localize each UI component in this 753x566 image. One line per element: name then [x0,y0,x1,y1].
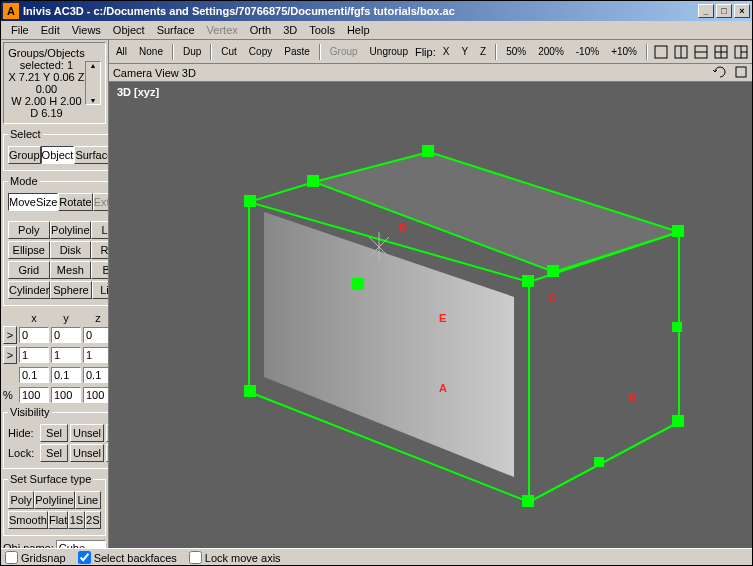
mode-cylinder[interactable]: Cylinder [8,281,50,299]
lock-unsel[interactable]: Unsel [70,444,104,462]
st-flat[interactable]: Flat [48,511,68,529]
scale-y[interactable] [51,387,81,403]
moveto-expand[interactable]: > [3,326,17,344]
svg-rect-28 [244,385,256,397]
moveto-z[interactable] [83,327,109,343]
hide-sel[interactable]: Sel [40,424,68,442]
maximize-view-icon[interactable] [734,65,748,79]
tb-cut[interactable]: Cut [216,43,242,61]
info-scrollbar[interactable]: ▲▼ [85,61,101,105]
st-1s[interactable]: 1S [68,511,84,529]
menu-views[interactable]: Views [66,22,107,38]
menu-surface[interactable]: Surface [151,22,201,38]
gridsnap-option[interactable]: Gridsnap [5,551,66,564]
sizeto-expand[interactable]: > [3,346,17,364]
lockmove-check[interactable] [189,551,202,564]
menu-help[interactable]: Help [341,22,376,38]
menu-object[interactable]: Object [107,22,151,38]
mode-light[interactable]: Light [92,281,109,299]
select-legend: Select [8,128,43,140]
svg-rect-25 [672,225,684,237]
mode-group: Mode MoveSize Rotate Extrude Poly Polyli… [3,175,109,306]
mode-line[interactable]: Line [91,221,109,239]
maximize-button[interactable]: □ [716,4,732,18]
hide-unsel[interactable]: Unsel [70,424,104,442]
menu-edit[interactable]: Edit [35,22,66,38]
mode-extrude: Extrude [93,193,109,211]
mode-poly[interactable]: Poly [8,221,50,239]
tb-zoom-50[interactable]: 50% [501,43,531,61]
tb-layout4-icon[interactable] [712,43,730,61]
minimize-button[interactable]: _ [698,4,714,18]
scale-z[interactable] [83,387,109,403]
status-bar: Gridsnap Select backfaces Lock move axis [1,548,752,566]
menu-3d[interactable]: 3D [277,22,303,38]
obj-name-label: Obj name: [3,542,54,548]
tb-layout2-icon[interactable] [672,43,690,61]
st-line[interactable]: Line [75,491,101,509]
menu-orth[interactable]: Orth [244,22,277,38]
mode-grid[interactable]: Grid [8,261,50,279]
tb-zoom-p10[interactable]: +10% [606,43,642,61]
mode-box[interactable]: Box [91,261,109,279]
mode-disk[interactable]: Disk [50,241,92,259]
tb-layout1-icon[interactable] [652,43,670,61]
surface-type-group: Set Surface type Poly Polyline Line Smoo… [3,473,106,536]
tb-flip-x[interactable]: X [438,43,455,61]
tb-flip-z[interactable]: Z [475,43,491,61]
gridsnap-check[interactable] [5,551,18,564]
move-y[interactable] [51,367,81,383]
sizeto-y[interactable] [51,347,81,363]
sidebar: Groups/Objects selected: 1 X 7.21 Y 0.06… [1,40,109,548]
lock-sel[interactable]: Sel [40,444,68,462]
tb-layout5-icon[interactable] [732,43,750,61]
spin-icon[interactable] [713,65,727,79]
menu-file[interactable]: File [5,22,35,38]
tb-flip-label: Flip: [415,46,436,58]
lockmove-option[interactable]: Lock move axis [189,551,281,564]
info-coords: X 7.21 Y 0.06 Z 0.00 [8,71,85,95]
viewport-3d[interactable]: 3D [xyz] [109,82,752,548]
close-button[interactable]: × [734,4,750,18]
window-title: Inivis AC3D - c:/Documents and Settings/… [23,5,696,17]
mode-ellipse[interactable]: Ellipse [8,241,50,259]
move-z[interactable] [83,367,109,383]
sizeto-z[interactable] [83,347,109,363]
tb-copy[interactable]: Copy [244,43,277,61]
tb-paste[interactable]: Paste [279,43,315,61]
tb-all[interactable]: All [111,43,132,61]
mode-rect[interactable]: Rect [91,241,109,259]
select-group-btn[interactable]: Group [8,146,41,164]
moveto-y[interactable] [51,327,81,343]
tb-zoom-m10[interactable]: -10% [571,43,604,61]
st-poly[interactable]: Poly [8,491,34,509]
mode-polyline[interactable]: Polyline [50,221,92,239]
st-smooth[interactable]: Smooth [8,511,48,529]
tb-layout3-icon[interactable] [692,43,710,61]
mode-mesh[interactable]: Mesh [50,261,92,279]
coords-panel: x y z > Move to > Size to [3,310,106,406]
mode-movesize[interactable]: MoveSize [8,193,58,211]
tb-dup[interactable]: Dup [178,43,206,61]
svg-rect-29 [522,495,534,507]
move-x[interactable] [19,367,49,383]
mode-rotate[interactable]: Rotate [58,193,92,211]
scale-x[interactable] [19,387,49,403]
tb-flip-y[interactable]: Y [456,43,473,61]
backfaces-option[interactable]: Select backfaces [78,551,177,564]
backfaces-check[interactable] [78,551,91,564]
st-polyline[interactable]: Polyline [34,491,75,509]
st-2s[interactable]: 2S [85,511,101,529]
svg-line-18 [249,182,314,202]
select-object-btn[interactable]: Object [41,146,75,164]
tb-none[interactable]: None [134,43,168,61]
sizeto-x[interactable] [19,347,49,363]
obj-name-input[interactable] [56,540,106,548]
selection-info: Groups/Objects selected: 1 X 7.21 Y 0.06… [3,42,106,124]
mode-sphere[interactable]: Sphere [50,281,91,299]
menu-tools[interactable]: Tools [303,22,341,38]
select-surface-btn[interactable]: Surface [74,146,109,164]
tb-ungroup[interactable]: Ungroup [365,43,413,61]
moveto-x[interactable] [19,327,49,343]
tb-zoom-200[interactable]: 200% [533,43,569,61]
